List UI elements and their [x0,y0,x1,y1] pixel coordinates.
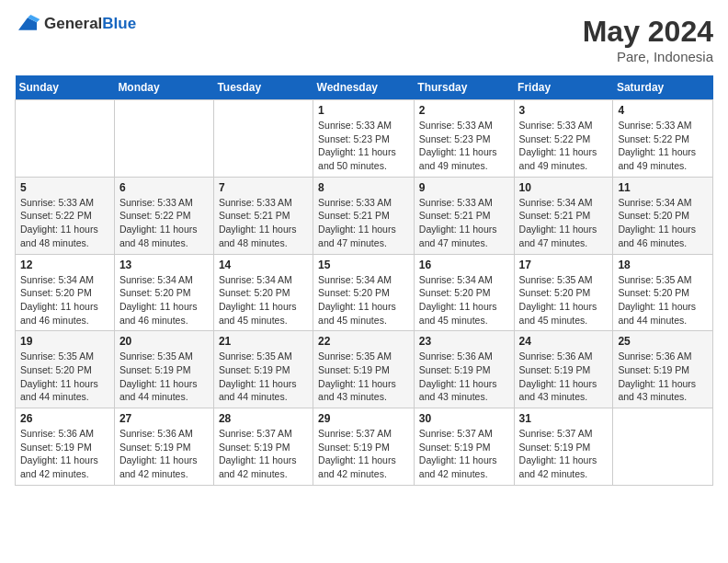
calendar-cell: 26Sunrise: 5:36 AM Sunset: 5:19 PM Dayli… [16,408,115,486]
day-info: Sunrise: 5:35 AM Sunset: 5:19 PM Dayligh… [219,350,308,404]
calendar-cell: 28Sunrise: 5:37 AM Sunset: 5:19 PM Dayli… [213,408,313,486]
calendar-cell [613,408,713,486]
calendar-cell: 10Sunrise: 5:34 AM Sunset: 5:21 PM Dayli… [514,177,613,254]
logo-icon [15,15,40,33]
day-info: Sunrise: 5:35 AM Sunset: 5:20 PM Dayligh… [519,273,609,327]
day-number: 25 [618,335,708,348]
calendar-cell: 12Sunrise: 5:34 AM Sunset: 5:20 PM Dayli… [16,254,115,331]
calendar-cell: 21Sunrise: 5:35 AM Sunset: 5:19 PM Dayli… [213,331,313,408]
weekday-header: Friday [514,75,613,100]
day-info: Sunrise: 5:37 AM Sunset: 5:19 PM Dayligh… [318,427,409,481]
day-number: 9 [419,181,509,194]
day-info: Sunrise: 5:35 AM Sunset: 5:20 PM Dayligh… [618,273,708,327]
day-info: Sunrise: 5:35 AM Sunset: 5:19 PM Dayligh… [119,350,209,404]
calendar-week-row: 1Sunrise: 5:33 AM Sunset: 5:23 PM Daylig… [16,100,713,178]
day-number: 7 [219,181,308,194]
day-number: 5 [20,181,109,194]
day-info: Sunrise: 5:37 AM Sunset: 5:19 PM Dayligh… [519,427,609,481]
day-number: 20 [119,335,209,348]
weekday-header: Monday [114,75,213,100]
day-number: 27 [119,412,209,425]
calendar-week-row: 12Sunrise: 5:34 AM Sunset: 5:20 PM Dayli… [16,254,713,331]
calendar-week-row: 26Sunrise: 5:36 AM Sunset: 5:19 PM Dayli… [16,408,713,486]
calendar-cell: 16Sunrise: 5:34 AM Sunset: 5:20 PM Dayli… [414,254,514,331]
day-info: Sunrise: 5:34 AM Sunset: 5:20 PM Dayligh… [318,273,409,327]
calendar-cell: 27Sunrise: 5:36 AM Sunset: 5:19 PM Dayli… [114,408,213,486]
calendar-cell: 18Sunrise: 5:35 AM Sunset: 5:20 PM Dayli… [613,254,713,331]
calendar-cell: 20Sunrise: 5:35 AM Sunset: 5:19 PM Dayli… [114,331,213,408]
logo: GeneralBlue [15,15,136,33]
calendar-week-row: 19Sunrise: 5:35 AM Sunset: 5:20 PM Dayli… [16,331,713,408]
calendar-table: SundayMondayTuesdayWednesdayThursdayFrid… [15,75,713,486]
title-block: May 2024 Pare, Indonesia [583,15,713,64]
weekday-header: Tuesday [213,75,313,100]
page-header: GeneralBlue May 2024 Pare, Indonesia [15,15,713,64]
weekday-header: Wednesday [313,75,415,100]
calendar-cell: 23Sunrise: 5:36 AM Sunset: 5:19 PM Dayli… [414,331,514,408]
day-number: 1 [318,104,409,117]
calendar-cell: 9Sunrise: 5:33 AM Sunset: 5:21 PM Daylig… [414,177,514,254]
day-number: 16 [419,259,509,271]
calendar-cell: 8Sunrise: 5:33 AM Sunset: 5:21 PM Daylig… [313,177,415,254]
calendar-week-row: 5Sunrise: 5:33 AM Sunset: 5:22 PM Daylig… [16,177,713,254]
calendar-cell: 19Sunrise: 5:35 AM Sunset: 5:20 PM Dayli… [16,331,115,408]
day-number: 28 [219,412,308,425]
logo-blue: Blue [102,15,136,32]
day-number: 29 [318,412,409,425]
day-info: Sunrise: 5:33 AM Sunset: 5:22 PM Dayligh… [119,196,209,250]
day-info: Sunrise: 5:35 AM Sunset: 5:19 PM Dayligh… [318,350,409,404]
day-number: 13 [119,259,209,271]
day-info: Sunrise: 5:33 AM Sunset: 5:21 PM Dayligh… [318,196,409,250]
calendar-cell: 29Sunrise: 5:37 AM Sunset: 5:19 PM Dayli… [313,408,415,486]
day-info: Sunrise: 5:36 AM Sunset: 5:19 PM Dayligh… [618,350,708,404]
day-info: Sunrise: 5:34 AM Sunset: 5:20 PM Dayligh… [20,273,109,327]
weekday-header: Sunday [16,75,115,100]
day-info: Sunrise: 5:37 AM Sunset: 5:19 PM Dayligh… [219,427,308,481]
calendar-cell: 25Sunrise: 5:36 AM Sunset: 5:19 PM Dayli… [613,331,713,408]
day-number: 11 [618,181,708,194]
day-info: Sunrise: 5:33 AM Sunset: 5:22 PM Dayligh… [618,119,708,173]
day-number: 4 [618,104,708,117]
day-info: Sunrise: 5:36 AM Sunset: 5:19 PM Dayligh… [519,350,609,404]
calendar-cell: 7Sunrise: 5:33 AM Sunset: 5:21 PM Daylig… [213,177,313,254]
day-info: Sunrise: 5:33 AM Sunset: 5:23 PM Dayligh… [318,119,409,173]
calendar-cell [16,100,115,178]
day-number: 12 [20,259,109,271]
day-number: 3 [519,104,609,117]
day-number: 26 [20,412,109,425]
calendar-cell: 2Sunrise: 5:33 AM Sunset: 5:23 PM Daylig… [414,100,514,178]
month-year: May 2024 [583,15,713,49]
day-number: 31 [519,412,609,425]
day-number: 17 [519,259,609,271]
day-info: Sunrise: 5:34 AM Sunset: 5:20 PM Dayligh… [618,196,708,250]
day-info: Sunrise: 5:33 AM Sunset: 5:23 PM Dayligh… [419,119,509,173]
day-info: Sunrise: 5:34 AM Sunset: 5:20 PM Dayligh… [419,273,509,327]
calendar-cell: 14Sunrise: 5:34 AM Sunset: 5:20 PM Dayli… [213,254,313,331]
day-number: 6 [119,181,209,194]
weekday-header: Saturday [613,75,713,100]
day-number: 10 [519,181,609,194]
day-info: Sunrise: 5:33 AM Sunset: 5:21 PM Dayligh… [419,196,509,250]
day-info: Sunrise: 5:33 AM Sunset: 5:22 PM Dayligh… [519,119,609,173]
calendar-cell: 5Sunrise: 5:33 AM Sunset: 5:22 PM Daylig… [16,177,115,254]
day-info: Sunrise: 5:36 AM Sunset: 5:19 PM Dayligh… [119,427,209,481]
calendar-cell: 4Sunrise: 5:33 AM Sunset: 5:22 PM Daylig… [613,100,713,178]
calendar-cell: 1Sunrise: 5:33 AM Sunset: 5:23 PM Daylig… [313,100,415,178]
day-info: Sunrise: 5:35 AM Sunset: 5:20 PM Dayligh… [20,350,109,404]
day-number: 21 [219,335,308,348]
calendar-cell: 13Sunrise: 5:34 AM Sunset: 5:20 PM Dayli… [114,254,213,331]
day-number: 23 [419,335,509,348]
weekday-header: Thursday [414,75,514,100]
day-number: 30 [419,412,509,425]
day-number: 22 [318,335,409,348]
calendar-cell: 11Sunrise: 5:34 AM Sunset: 5:20 PM Dayli… [613,177,713,254]
calendar-cell: 15Sunrise: 5:34 AM Sunset: 5:20 PM Dayli… [313,254,415,331]
day-info: Sunrise: 5:37 AM Sunset: 5:19 PM Dayligh… [419,427,509,481]
day-number: 8 [318,181,409,194]
calendar-cell: 30Sunrise: 5:37 AM Sunset: 5:19 PM Dayli… [414,408,514,486]
calendar-cell: 22Sunrise: 5:35 AM Sunset: 5:19 PM Dayli… [313,331,415,408]
day-number: 19 [20,335,109,348]
day-number: 18 [618,259,708,271]
day-number: 2 [419,104,509,117]
day-number: 15 [318,259,409,271]
